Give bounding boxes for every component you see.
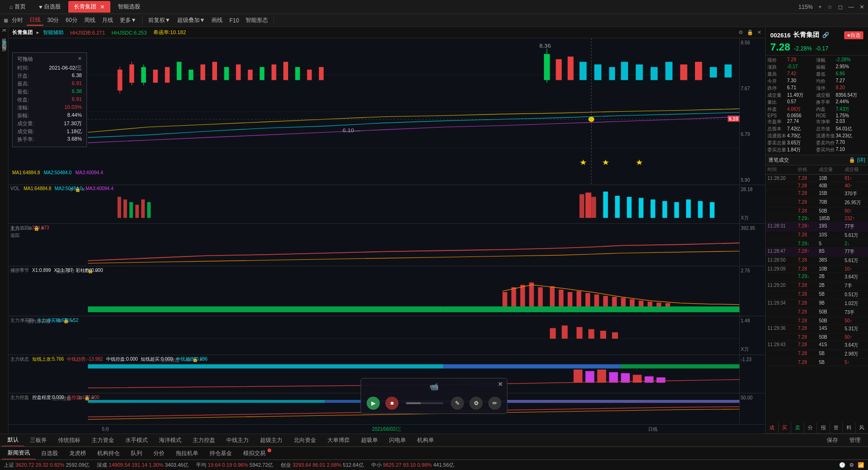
zhuli-netbuy-close-icon[interactable]: ✕: [70, 318, 74, 323]
tab-zhulijinz[interactable]: 主力资金: [86, 434, 120, 446]
vol-close-icon[interactable]: ✕: [81, 187, 85, 192]
video-gear-btn[interactable]: ⚙: [470, 397, 483, 410]
kongpan-lock-icon[interactable]: 🔒: [84, 395, 90, 400]
rp-btn-zi[interactable]: 资: [830, 422, 843, 433]
chart-hhjs: HHJSDB:6.271: [70, 30, 105, 36]
video-brush-btn[interactable]: ✏: [488, 397, 501, 410]
kongpan-gear-icon[interactable]: ⚙: [79, 395, 83, 400]
kongpan-close-icon[interactable]: ✕: [91, 395, 94, 400]
rp-btn-cheng[interactable]: 成: [766, 422, 779, 433]
chart-close-icon[interactable]: ✕: [757, 29, 761, 36]
link-icon[interactable]: 🔗: [822, 32, 829, 38]
tab-watchlist[interactable]: ♥ 自选股: [33, 1, 66, 13]
timeline-daily-btn[interactable]: 日线: [648, 426, 658, 433]
tab-jigoudan[interactable]: 机构单: [412, 434, 440, 446]
video-progress-bar[interactable]: [406, 402, 443, 404]
tab-watchlist-label: 自选股: [44, 3, 61, 11]
choulao-close-icon[interactable]: ✕: [94, 268, 98, 273]
close-icon[interactable]: ✕: [860, 4, 864, 10]
zoom-in-icon[interactable]: +: [818, 4, 822, 10]
choulao-gear-icon[interactable]: ⚙: [82, 268, 87, 273]
rp-btn-fen[interactable]: 分: [804, 422, 817, 433]
settings-icon[interactable]: ⚙: [738, 29, 743, 36]
tab-shuishou[interactable]: 水手模式: [120, 434, 153, 446]
metrics-grid: 现价 7.28 涨幅 -2.28% 涨跌 -0.17 振幅 2.95% 最高 7…: [766, 56, 868, 155]
toolbar-fuquan[interactable]: 前复权▼: [145, 15, 174, 25]
tab-fenjia[interactable]: 分价: [148, 448, 170, 459]
star-icon[interactable]: ☆: [827, 4, 832, 10]
toolbar-smartshape[interactable]: 智能形态: [243, 15, 271, 25]
tab-beiziang[interactable]: 北向资金: [288, 434, 322, 446]
tab-save[interactable]: 保存: [821, 434, 844, 446]
tab-dadan[interactable]: 大单博弈: [322, 434, 355, 446]
tab-chicang[interactable]: 持仓基金: [204, 448, 238, 459]
tab-tuolaji[interactable]: 拖拉机单: [170, 448, 204, 459]
tab-traditional[interactable]: 传统指标: [52, 434, 86, 446]
rp-btn-mai2[interactable]: 卖: [791, 422, 804, 433]
zhuli-status-close-icon[interactable]: ✕: [199, 357, 203, 362]
video-stop-btn[interactable]: ■: [385, 397, 398, 410]
video-play-btn[interactable]: ▶: [367, 397, 380, 410]
tab-watchlist2[interactable]: 自选股: [36, 448, 64, 459]
video-close-btn[interactable]: ✕: [498, 380, 503, 388]
restore-icon[interactable]: ◻: [838, 4, 843, 10]
tab-longhu[interactable]: 龙虎榜: [64, 448, 92, 459]
tab-news[interactable]: 新闻资讯: [2, 447, 36, 460]
zhuli-netbuy-lock-icon[interactable]: 🔒: [63, 318, 69, 323]
lock-icon[interactable]: 🔒: [747, 29, 753, 36]
tab-duilie[interactable]: 队列: [125, 448, 148, 459]
zhuli-gear-icon[interactable]: ⚙: [28, 226, 32, 231]
toolbar-daily[interactable]: 日线: [27, 15, 43, 26]
tab-smart[interactable]: 智能选股: [112, 1, 146, 13]
rp-btn-bao[interactable]: 报: [817, 422, 830, 433]
tab-haiyang[interactable]: 海洋模式: [153, 434, 187, 446]
zhuli-status-lock-icon[interactable]: 🔒: [192, 357, 198, 362]
m-xianjia-val: 7.28: [787, 57, 815, 64]
choulao-lock-icon[interactable]: 🔒: [87, 268, 93, 273]
toolbar-superlayer[interactable]: 超级叠加▼: [174, 15, 208, 25]
toolbar-60min[interactable]: 60分: [63, 15, 80, 25]
trade-amount: 370手: [845, 191, 868, 197]
toolbar-draw[interactable]: 画线: [209, 15, 225, 25]
float-info-box[interactable]: 可拖动 ✕ 时间: 2021-06-02/三 开盘: 6.38 最高: 6.91: [12, 52, 87, 147]
self-select-btn[interactable]: ●自选: [844, 31, 863, 39]
tab-changqing[interactable]: 长青集团 ✕: [68, 1, 110, 13]
zhuli-lock-icon[interactable]: 🔒: [34, 226, 39, 231]
tab-manage[interactable]: 管理: [844, 434, 866, 446]
rp-btn-liao[interactable]: 料: [843, 422, 856, 433]
toolbar-30min[interactable]: 30分: [44, 15, 62, 25]
zhuli-status-gear-icon[interactable]: ⚙: [187, 357, 191, 362]
rp-btn-mai[interactable]: 买: [779, 422, 792, 433]
status-settings-icon[interactable]: ⚙: [849, 462, 854, 468]
kongpan-controls: ⚙ 🔒 ✕: [79, 395, 95, 400]
vol-lock-icon[interactable]: 🔒: [75, 187, 80, 192]
toolbar-weekly[interactable]: 周线: [81, 15, 98, 25]
minimize-icon[interactable]: —: [848, 4, 854, 10]
tab-zhongxian[interactable]: 中线主力: [221, 434, 254, 446]
toolbar-fenshi[interactable]: 分时: [9, 15, 26, 25]
vol-settings[interactable]: ⚙ 🔒 ✕: [69, 187, 86, 192]
toolbar-f10[interactable]: F10: [226, 16, 242, 25]
video-pen-btn[interactable]: ✎: [451, 397, 464, 410]
tab-chaoxidan[interactable]: 超吸单: [355, 434, 383, 446]
svg-rect-77: [586, 293, 590, 306]
m-lsgb-label: 流通股本: [767, 133, 786, 139]
zhuli-netbuy-gear-icon[interactable]: ⚙: [58, 318, 62, 323]
tab-shandian[interactable]: 闪电单: [383, 434, 412, 446]
tab-chaoji[interactable]: 超级主力: [254, 434, 288, 446]
tab-zhuli-kp[interactable]: 主力控盘: [187, 434, 221, 446]
toolbar-more[interactable]: 更多▼: [117, 15, 139, 25]
tab-jigou[interactable]: 机构持仓: [92, 448, 125, 459]
tab-close-icon[interactable]: ✕: [100, 4, 105, 10]
tab-moni[interactable]: 模拟交易: [238, 448, 271, 459]
rp-btn-feng[interactable]: 风: [856, 422, 868, 433]
trade-detail-link[interactable]: [详]: [857, 157, 865, 164]
float-info-close[interactable]: ✕: [78, 56, 82, 63]
vol-gear-icon[interactable]: ⚙: [69, 187, 73, 192]
tab-sanbanfu[interactable]: 三板斧: [24, 434, 52, 446]
toolbar-monthly[interactable]: 月线: [99, 15, 116, 25]
tab-home[interactable]: ⌂ 首页: [4, 1, 31, 13]
zhuli-close-icon[interactable]: ✕: [41, 226, 44, 231]
tab-default[interactable]: 默认: [2, 434, 24, 447]
trade-lock-icon[interactable]: 🔒: [849, 157, 855, 163]
